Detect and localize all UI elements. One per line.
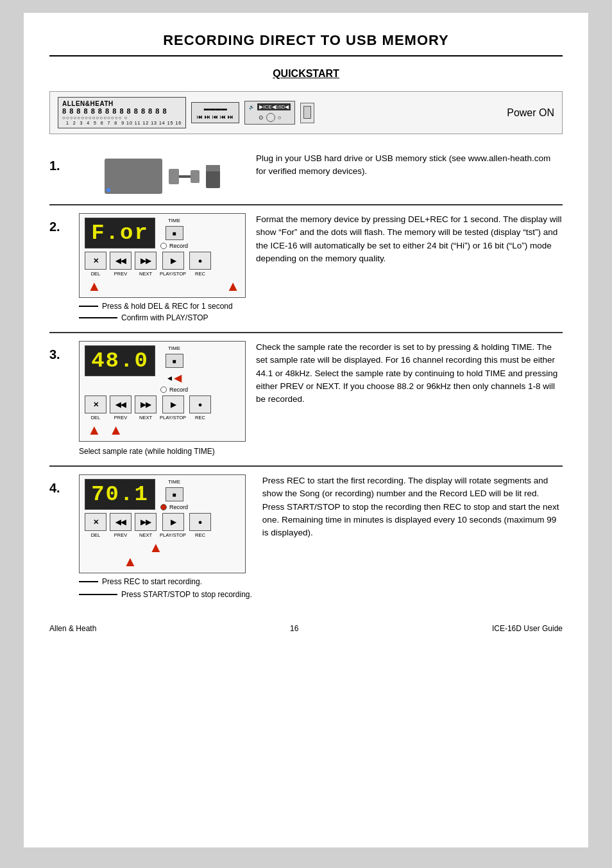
rec-group-2: ● REC [189, 252, 211, 277]
annotation-4-2: Press START/STOP to stop recording. [79, 590, 252, 599]
next-label-3: NEXT [139, 415, 152, 421]
power-on-label: Power ON [507, 107, 554, 119]
buttons-row-4: ✕ DEL ◀◀ PREV ▶▶ NEXT ▶ PLAY/STOP [85, 513, 240, 538]
arrow-rec-4: ▲ [149, 541, 163, 555]
record-label-2: Record [169, 243, 188, 249]
power-on-row: ALLEN&HEATH 8 8 8 8 8 8 8 8 8 8 8 8 8 8 … [49, 91, 563, 134]
record-led-2 [160, 243, 167, 249]
next-btn-4[interactable]: ▶▶ [135, 513, 157, 531]
del-label-4: DEL [91, 532, 101, 538]
mixer-right-panel: 🔊 ▶ICE◀16D◀ ⊙ ○ [244, 101, 295, 125]
arrow-play-4: ▲ [123, 555, 137, 569]
step-2-diagram: F.or TIME ■ Record ✕ DEL [79, 213, 246, 324]
time-transport-4: TIME ■ Record [160, 479, 188, 510]
play-btn-2[interactable]: ▶ [162, 252, 184, 270]
arrow-del-2: ▲ [87, 279, 101, 293]
rec-btn-4[interactable]: ● [189, 513, 211, 531]
mixer-channels: 1 2 3 4 5 6 7 8 9 10 11 12 13 14 15 16 [62, 121, 182, 125]
step-1-diagram [79, 152, 246, 196]
step-1-row: 1. Plug in your USB hard drive or US [49, 144, 563, 205]
time-btn-4[interactable]: ■ [166, 487, 183, 501]
arrow-prev-3: ▲ [109, 423, 123, 437]
arrow-rec-2: ▲ [226, 279, 240, 293]
step-2-text: Format the memory device by pressing DEL… [256, 213, 563, 265]
play-group-4: ▶ PLAY/STOP [160, 513, 186, 538]
annotation-2-2-text: Confirm with PLAY/STOP [121, 313, 208, 322]
play-label-2: PLAY/STOP [160, 271, 186, 277]
next-btn-2[interactable]: ▶▶ [135, 252, 157, 270]
annotation-4-1: Press REC to start recording. [79, 577, 252, 586]
next-group-2: ▶▶ NEXT [135, 252, 157, 277]
annotation-2-1-text: Press & hold DEL & REC for 1 second [102, 302, 233, 311]
mixer-numbers: 8 8 8 8 8 8 8 8 8 8 8 8 8 8 8 [62, 107, 182, 115]
step-3-row: 3. 48.0 TIME ■ ◀ ◀ [49, 333, 563, 467]
page-container: RECORDING DIRECT TO USB MEMORY QUICKSTAR… [24, 13, 588, 847]
record-row-3: Record [160, 386, 188, 393]
prev-btn-4[interactable]: ◀◀ [110, 513, 132, 531]
prev-label-3: PREV [114, 415, 127, 421]
line-4-1 [79, 581, 98, 582]
del-btn-3[interactable]: ✕ [85, 395, 106, 413]
annotation-4-1-text: Press REC to start recording. [102, 577, 202, 586]
prev-btn-3[interactable]: ◀◀ [110, 395, 132, 413]
usb-stick-icon [206, 165, 220, 188]
step-3-number: 3. [49, 341, 69, 362]
rec-btn-3[interactable]: ● [189, 395, 211, 413]
next-group-4: ▶▶ NEXT [135, 513, 157, 538]
del-group-2: ✕ DEL [85, 252, 106, 277]
footer-left: Allen & Heath [49, 624, 96, 633]
time-label-4: TIME [168, 479, 180, 485]
record-led-4 [160, 504, 167, 510]
time-label-2: TIME [168, 218, 180, 223]
next-group-3: ▶▶ NEXT [135, 395, 157, 421]
buttons-row-2: ✕ DEL ◀◀ PREV ▶▶ NEXT ▶ PLAY/STOP [85, 252, 240, 277]
next-btn-3[interactable]: ▶▶ [135, 395, 157, 413]
play-btn-4[interactable]: ▶ [162, 513, 184, 531]
rec-group-3: ● REC [189, 395, 211, 421]
step-4-diagram: 70.1 TIME ■ Record ✕ DEL [79, 474, 252, 601]
mixer-outer-box [300, 103, 314, 123]
step-3-annotations: Select sample rate (while holding TIME) [79, 447, 246, 456]
prev-group-2: ◀◀ PREV [110, 252, 132, 277]
time-btn-2[interactable]: ■ [166, 226, 183, 240]
annotation-4-2-text: Press START/STOP to stop recording. [121, 590, 252, 599]
mixer-diagram: ALLEN&HEATH 8 8 8 8 8 8 8 8 8 8 8 8 8 8 … [58, 97, 488, 128]
step-4-display: 70.1 [85, 479, 155, 510]
recorder-panel-3: 48.0 TIME ■ ◀ ◀ Record [79, 341, 246, 442]
prev-group-3: ◀◀ PREV [110, 395, 132, 421]
del-btn-4[interactable]: ✕ [85, 513, 106, 531]
line-4-2 [79, 594, 117, 595]
del-label-2: DEL [91, 271, 101, 277]
rec-group-4: ● REC [189, 513, 211, 538]
recorder-panel-2: F.or TIME ■ Record ✕ DEL [79, 213, 246, 298]
prev-group-4: ◀◀ PREV [110, 513, 132, 538]
time-transport-2: TIME ■ Record [160, 218, 188, 249]
annotation-2-1: Press & hold DEL & REC for 1 second [79, 302, 246, 311]
record-label-3: Record [169, 386, 188, 393]
arrow-del-3: ▲ [87, 423, 101, 437]
play-btn-3[interactable]: ▶ [162, 395, 184, 413]
prev-label-4: PREV [114, 532, 127, 538]
time-arrow-3: ◀ [174, 372, 182, 384]
step-4-row: 4. 70.1 TIME ■ Record [49, 467, 563, 609]
step-3-text: Check the sample rate the recorder is se… [256, 341, 563, 406]
rec-btn-2[interactable]: ● [189, 252, 211, 270]
step-2-row: 2. F.or TIME ■ Record [49, 205, 563, 333]
del-btn-2[interactable]: ✕ [85, 252, 106, 270]
step-1-number: 1. [49, 152, 69, 173]
del-group-3: ✕ DEL [85, 395, 106, 421]
step-3-display: 48.0 [85, 345, 155, 376]
del-label-3: DEL [91, 415, 101, 421]
prev-btn-2[interactable]: ◀◀ [110, 252, 132, 270]
time-transport-3: TIME ■ ◀ ◀ Record [160, 345, 188, 393]
usb-cable [169, 169, 200, 184]
rec-label-4: REC [195, 532, 205, 538]
record-label-4: Record [169, 504, 188, 510]
annotation-2-2: Confirm with PLAY/STOP [79, 313, 246, 322]
play-label-4: PLAY/STOP [160, 532, 186, 538]
line-2-2 [79, 317, 117, 318]
step-4-text: Press REC to start the first recording. … [262, 474, 563, 539]
time-label-3: TIME [168, 345, 180, 351]
time-btn-3[interactable]: ■ [166, 354, 183, 368]
ice-label: ▶ICE◀16D◀ [257, 103, 291, 110]
